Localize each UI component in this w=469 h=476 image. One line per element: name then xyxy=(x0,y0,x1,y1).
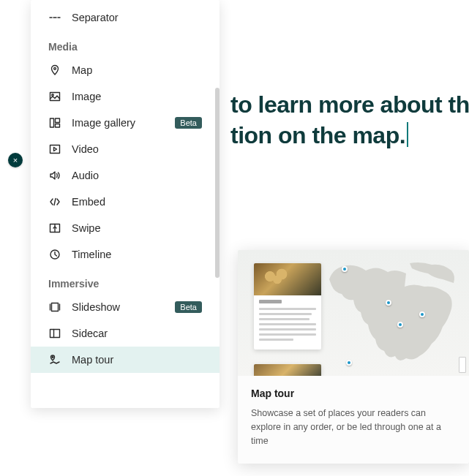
tooltip-description: Showcase a set of places your readers ca… xyxy=(251,407,456,447)
text-cursor xyxy=(407,122,408,147)
menu-item-slideshow[interactable]: SlideshowBeta xyxy=(31,294,220,320)
timeline-icon xyxy=(48,248,61,261)
menu-item-embed[interactable]: Embed xyxy=(31,189,220,215)
menu-item-image[interactable]: Image xyxy=(31,83,220,110)
block-picker-list: SeparatorMediaMapImageImage galleryBetaV… xyxy=(31,0,220,408)
gallery-icon xyxy=(48,116,61,129)
menu-item-audio[interactable]: Audio xyxy=(31,162,220,189)
menu-item-sidecar[interactable]: Sidecar xyxy=(31,320,220,347)
menu-item-label: Video xyxy=(72,143,202,155)
menu-item-label: Audio xyxy=(72,170,202,181)
close-icon: × xyxy=(13,156,18,165)
svg-rect-8 xyxy=(56,124,60,128)
bg-line-2: tion on the map. xyxy=(230,122,405,148)
embed-icon xyxy=(48,195,61,208)
swipe-icon xyxy=(48,222,61,235)
section-header: Media xyxy=(31,31,220,57)
section-header: Immersive xyxy=(31,268,220,294)
svg-point-3 xyxy=(54,67,56,69)
svg-rect-17 xyxy=(50,330,60,338)
svg-rect-7 xyxy=(56,118,60,123)
svg-line-10 xyxy=(54,199,56,205)
map-pin-icon xyxy=(346,360,352,366)
audio-icon xyxy=(48,169,61,182)
scrollbar-track xyxy=(215,0,220,408)
menu-item-timeline[interactable]: Timeline xyxy=(31,241,220,268)
beta-badge: Beta xyxy=(175,117,202,129)
editor-background-text: to learn more about the tion on the map. xyxy=(230,90,469,151)
slideshow-icon xyxy=(48,301,61,314)
preview-card xyxy=(254,263,321,350)
map-icon xyxy=(48,64,61,77)
map-pin-icon xyxy=(397,322,403,328)
menu-item-label: Image xyxy=(72,91,202,102)
close-button[interactable]: × xyxy=(8,153,23,167)
tooltip-preview xyxy=(238,250,469,376)
bg-line-1: to learn more about the xyxy=(230,90,469,121)
preview-card-text xyxy=(254,295,321,350)
menu-item-maptour[interactable]: Map tour xyxy=(31,347,220,373)
menu-item-label: Embed xyxy=(72,196,202,208)
menu-item-label: Sidecar xyxy=(72,328,202,339)
sidecar-icon xyxy=(48,327,61,340)
menu-item-video[interactable]: Video xyxy=(31,136,220,162)
menu-item-separator[interactable]: Separator xyxy=(31,4,220,31)
menu-item-map[interactable]: Map xyxy=(31,57,220,83)
menu-item-label: Image gallery xyxy=(72,117,175,129)
map-pin-icon xyxy=(419,311,425,317)
block-picker-panel: SeparatorMediaMapImageImage galleryBetaV… xyxy=(31,0,220,408)
menu-item-swipe[interactable]: Swipe xyxy=(31,215,220,241)
menu-item-label: Swipe xyxy=(72,222,202,234)
menu-item-label: Timeline xyxy=(72,249,202,260)
tooltip-title: Map tour xyxy=(251,388,456,399)
menu-item-gallery[interactable]: Image galleryBeta xyxy=(31,110,220,136)
scrollbar-thumb[interactable] xyxy=(215,88,220,278)
menu-item-label: Separator xyxy=(72,12,202,23)
preview-card-image xyxy=(254,263,321,295)
map-zoom-control-icon xyxy=(459,357,466,373)
svg-rect-14 xyxy=(52,303,59,311)
svg-point-5 xyxy=(52,94,53,96)
svg-rect-9 xyxy=(50,146,60,154)
map-pin-icon xyxy=(386,300,391,306)
video-icon xyxy=(48,143,61,156)
menu-item-label: Slideshow xyxy=(72,301,175,313)
block-tooltip: Map tour Showcase a set of places your r… xyxy=(238,250,469,464)
menu-item-label: Map tour xyxy=(72,354,202,366)
svg-rect-6 xyxy=(50,118,54,127)
image-icon xyxy=(48,90,61,103)
preview-card-secondary xyxy=(254,364,321,376)
tooltip-body: Map tour Showcase a set of places your r… xyxy=(238,376,469,464)
beta-badge: Beta xyxy=(175,301,202,313)
separator-icon xyxy=(48,11,61,24)
map-illustration xyxy=(326,257,457,371)
maptour-icon xyxy=(48,353,61,366)
menu-item-label: Map xyxy=(72,64,202,76)
map-pin-icon xyxy=(342,266,348,272)
svg-point-19 xyxy=(52,357,53,358)
